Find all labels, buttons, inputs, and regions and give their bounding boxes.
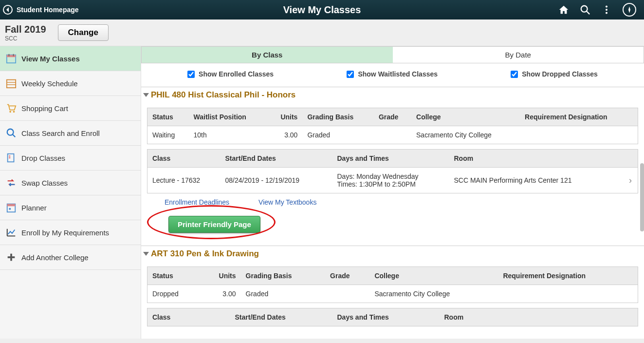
schedule-table: Class Start/End Dates Days and Times Roo… xyxy=(147,149,638,193)
sidebar-item-swap-classes[interactable]: Swap Classes xyxy=(0,171,141,195)
chevron-left-icon xyxy=(3,5,13,15)
sidebar-item-add-college[interactable]: Add Another College xyxy=(0,245,141,270)
checkbox-dropped[interactable] xyxy=(511,71,518,78)
col-waitlist: Waitlist Position xyxy=(189,108,269,126)
sidebar-item-label: Planner xyxy=(21,204,47,212)
sidebar-item-class-search[interactable]: Class Search and Enroll xyxy=(0,121,141,146)
svg-point-4 xyxy=(606,12,607,14)
check-show-enrolled[interactable]: Show Enrolled Classes xyxy=(187,70,274,78)
col-dates: Start/End Dates xyxy=(230,308,332,326)
table-row: Waiting 10th 3.00 Graded Sacramento City… xyxy=(147,126,638,144)
course-title-text: ART 310 Pen & Ink Drawing xyxy=(151,249,259,259)
checkbox-waitlisted[interactable] xyxy=(347,71,354,78)
col-units: Units xyxy=(202,267,241,285)
cell-status: Dropped xyxy=(147,285,202,303)
col-college: College xyxy=(369,267,498,285)
triangle-down-icon xyxy=(143,252,149,256)
planner-icon xyxy=(6,202,17,213)
cell-waitlist: 10th xyxy=(189,126,269,144)
course-title-toggle[interactable]: ART 310 Pen & Ink Drawing xyxy=(141,246,644,262)
cell-room: SCC MAIN Performing Arts Center 121 › xyxy=(449,168,638,193)
triangle-down-icon xyxy=(143,93,149,97)
schedule-row[interactable]: Lecture - 17632 08/24/2019 - 12/19/2019 … xyxy=(147,168,638,193)
svg-rect-16 xyxy=(8,154,14,162)
printer-friendly-button[interactable]: Printer Friendly Page xyxy=(168,216,260,233)
home-icon[interactable] xyxy=(558,4,569,15)
course-links: Enrollment Deadlines View My Textbooks xyxy=(165,198,644,211)
back-button[interactable]: Student Homepage xyxy=(0,0,85,19)
svg-point-0 xyxy=(581,6,588,12)
table-row: Dropped 3.00 Graded Sacramento City Coll… xyxy=(147,285,638,303)
sidebar-item-drop-classes[interactable]: Drop Classes xyxy=(0,146,141,171)
svg-point-2 xyxy=(606,6,607,8)
back-label: Student Homepage xyxy=(17,6,79,14)
col-reqdes: Requirement Designation xyxy=(520,108,638,126)
schedule-icon xyxy=(6,78,17,89)
term-college-short: SCC xyxy=(5,35,46,42)
cart-icon xyxy=(6,103,17,114)
svg-rect-17 xyxy=(9,156,10,157)
kebab-menu-icon[interactable] xyxy=(601,4,612,15)
col-units: Units xyxy=(268,108,302,126)
svg-line-15 xyxy=(13,134,16,137)
page-title: View My Classes xyxy=(0,4,644,16)
svg-line-1 xyxy=(587,11,589,14)
cell-grading: Graded xyxy=(241,285,326,303)
sidebar-item-weekly-schedule[interactable]: Weekly Schedule xyxy=(0,71,141,96)
compass-icon[interactable] xyxy=(623,3,636,17)
calendar-icon xyxy=(6,53,17,64)
sidebar-item-label: View My Classes xyxy=(21,55,80,63)
col-grading: Grading Basis xyxy=(241,267,326,285)
drop-icon xyxy=(6,152,17,163)
check-show-dropped[interactable]: Show Dropped Classes xyxy=(511,70,598,78)
svg-point-14 xyxy=(7,129,14,135)
status-table: Status Waitlist Position Units Grading B… xyxy=(147,108,638,144)
col-reqdes: Requirement Designation xyxy=(498,267,638,285)
chevron-right-icon: › xyxy=(629,175,632,186)
cell-college: Sacramento City College xyxy=(411,126,520,144)
sidebar-item-shopping-cart[interactable]: Shopping Cart xyxy=(0,96,141,121)
cell-college: Sacramento City College xyxy=(369,285,498,303)
check-label: Show Enrolled Classes xyxy=(199,70,274,78)
cell-class: Lecture - 17632 xyxy=(147,168,221,193)
cell-reqdes xyxy=(498,285,638,303)
change-term-button[interactable]: Change xyxy=(58,24,109,41)
scrollbar[interactable] xyxy=(640,163,644,231)
term-block: Fall 2019 SCC xyxy=(5,23,46,42)
tab-by-class[interactable]: By Class xyxy=(142,47,393,63)
sidebar-item-view-my-classes[interactable]: View My Classes xyxy=(0,46,141,71)
col-room: Room xyxy=(440,308,638,326)
col-days: Days and Times xyxy=(332,308,440,326)
days-line: Days: Monday Wednesday xyxy=(337,172,444,180)
enrollment-deadlines-link[interactable]: Enrollment Deadlines xyxy=(165,198,229,206)
view-tabs: By Class By Date xyxy=(141,46,644,63)
sidebar-item-label: Swap Classes xyxy=(21,179,68,187)
col-room: Room xyxy=(449,150,638,168)
filter-row: Show Enrolled Classes Show Waitlisted Cl… xyxy=(141,63,644,87)
cell-grading: Graded xyxy=(302,126,374,144)
check-show-waitlisted[interactable]: Show Waitlisted Classes xyxy=(347,70,438,78)
svg-point-13 xyxy=(13,111,15,113)
course-title-text: PHIL 480 Hist Classical Phil - Honors xyxy=(151,90,295,100)
cell-reqdes xyxy=(520,126,638,144)
cell-units: 3.00 xyxy=(268,126,302,144)
col-class: Class xyxy=(147,150,221,168)
svg-rect-22 xyxy=(9,208,11,210)
course-title-toggle[interactable]: PHIL 480 Hist Classical Phil - Honors xyxy=(141,87,644,103)
cell-units: 3.00 xyxy=(202,285,241,303)
col-grading: Grading Basis xyxy=(302,108,374,126)
printer-button-wrap: Printer Friendly Page xyxy=(168,216,260,233)
col-college: College xyxy=(411,108,520,126)
plus-icon xyxy=(6,252,17,263)
cell-dates: 08/24/2019 - 12/19/2019 xyxy=(221,168,332,193)
tab-by-date[interactable]: By Date xyxy=(393,47,644,63)
search-icon xyxy=(6,128,17,138)
sidebar-item-enroll-requirements[interactable]: Enroll by My Requirements xyxy=(0,220,141,245)
svg-rect-9 xyxy=(7,80,16,88)
sidebar-item-label: Weekly Schedule xyxy=(21,79,78,88)
sidebar-item-label: Drop Classes xyxy=(21,154,65,162)
checkbox-enrolled[interactable] xyxy=(187,71,195,78)
search-icon[interactable] xyxy=(580,4,590,15)
sidebar-item-planner[interactable]: Planner xyxy=(0,195,141,220)
view-textbooks-link[interactable]: View My Textbooks xyxy=(258,198,316,206)
